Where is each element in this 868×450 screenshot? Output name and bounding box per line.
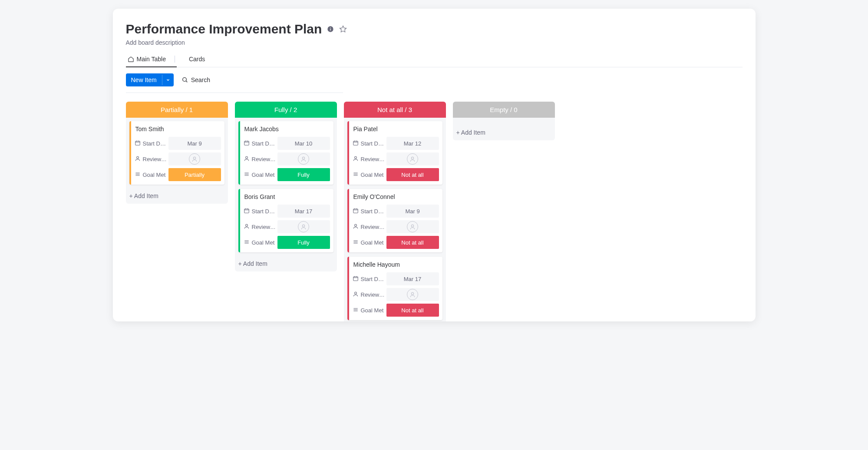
card[interactable]: Boris GrantStart D…Mar 17Review…Goal Met…: [238, 189, 333, 252]
svg-point-46: [354, 224, 356, 226]
column-body: Mark JacobsStart D…Mar 10Review…Goal Met…: [235, 118, 337, 256]
field-status-goal-met[interactable]: Not at all: [386, 236, 439, 249]
avatar-placeholder-icon: [298, 153, 309, 165]
svg-rect-24: [244, 208, 249, 212]
field-label-goal-met: Goal Met: [244, 239, 275, 246]
svg-point-19: [245, 156, 248, 159]
svg-point-37: [354, 156, 356, 159]
field-value-reviewer[interactable]: [277, 220, 330, 233]
field-value-start-date[interactable]: Mar 9: [168, 137, 221, 150]
card[interactable]: Tom SmithStart D…Mar 9Review…Goal MetPar…: [129, 121, 224, 185]
field-label-reviewer: Review…: [353, 223, 384, 231]
column-header[interactable]: Empty / 0: [453, 102, 555, 118]
field-status-goal-met[interactable]: Not at all: [386, 168, 439, 181]
svg-point-11: [193, 157, 195, 159]
search-control[interactable]: Search: [182, 76, 210, 83]
add-item-button[interactable]: + Add Item: [235, 256, 337, 271]
new-item-dropdown[interactable]: [162, 75, 174, 85]
svg-point-55: [354, 292, 356, 294]
card[interactable]: Michelle HayoumStart D…Mar 17Review…Goal…: [347, 257, 442, 320]
field-value-start-date[interactable]: Mar 10: [277, 137, 330, 150]
info-icon[interactable]: [327, 26, 334, 33]
tabs-row: Main Table Cards: [126, 52, 743, 67]
tab-main-table-label: Main Table: [137, 56, 166, 63]
field-value-reviewer[interactable]: [277, 152, 330, 165]
svg-point-4: [182, 78, 186, 82]
svg-rect-1: [330, 29, 331, 31]
field-label-goal-met: Goal Met: [353, 307, 384, 314]
tab-divider: [175, 56, 175, 63]
field-label-reviewer: Review…: [135, 156, 166, 163]
card[interactable]: Pia PatelStart D…Mar 12Review…Goal MetNo…: [347, 121, 442, 185]
field-status-goal-met[interactable]: Not at all: [386, 304, 439, 317]
tab-main-table[interactable]: Main Table: [126, 52, 177, 67]
card-title: Michelle Hayoum: [353, 261, 439, 268]
column-header[interactable]: Partially / 1: [126, 102, 228, 118]
field-value-start-date[interactable]: Mar 17: [386, 272, 439, 285]
add-item-button[interactable]: + Add Item: [453, 125, 555, 140]
card[interactable]: Mark JacobsStart D…Mar 10Review…Goal Met…: [238, 121, 333, 185]
search-label: Search: [191, 76, 210, 83]
svg-point-29: [302, 225, 304, 227]
field-value-reviewer[interactable]: [386, 220, 439, 233]
board-header: Performance Improvement Plan Add board d…: [126, 22, 743, 46]
svg-point-56: [411, 292, 413, 294]
avatar-placeholder-icon: [298, 221, 309, 232]
card-title: Emily O'Connel: [353, 193, 439, 200]
svg-rect-15: [244, 141, 249, 145]
kanban-column-partially: Partially / 1Tom SmithStart D…Mar 9Revie…: [126, 102, 228, 204]
new-item-button[interactable]: New Item: [126, 73, 174, 86]
avatar-placeholder-icon: [407, 221, 418, 232]
svg-point-20: [302, 157, 304, 159]
field-value-reviewer[interactable]: [386, 288, 439, 301]
field-value-start-date[interactable]: Mar 17: [277, 205, 330, 218]
field-value-start-date[interactable]: Mar 12: [386, 137, 439, 150]
svg-point-10: [136, 156, 139, 159]
calendar-icon: [353, 140, 359, 147]
field-value-start-date[interactable]: Mar 9: [386, 205, 439, 218]
field-label-start-date: Start D…: [244, 208, 275, 215]
person-icon: [353, 156, 359, 163]
controls-row: New Item Search: [126, 73, 343, 93]
tab-cards[interactable]: Cards: [187, 52, 207, 67]
list-icon: [353, 307, 359, 314]
board-title: Performance Improvement Plan: [126, 22, 322, 36]
svg-rect-33: [353, 141, 358, 145]
column-header[interactable]: Fully / 2: [235, 102, 337, 118]
field-status-goal-met[interactable]: Fully: [277, 236, 330, 249]
column-body: Tom SmithStart D…Mar 9Review…Goal MetPar…: [126, 118, 228, 188]
svg-rect-2: [330, 27, 331, 28]
svg-point-28: [245, 224, 248, 226]
field-label-reviewer: Review…: [244, 156, 275, 163]
field-label-start-date: Start D…: [353, 208, 384, 215]
calendar-icon: [353, 275, 359, 283]
column-body: [453, 118, 555, 125]
person-icon: [353, 223, 359, 231]
avatar-placeholder-icon: [189, 153, 200, 165]
person-icon: [135, 156, 141, 163]
card-title: Boris Grant: [244, 193, 330, 200]
field-status-goal-met[interactable]: Fully: [277, 168, 330, 181]
svg-line-5: [186, 81, 187, 82]
card-title: Pia Patel: [353, 126, 439, 132]
tab-cards-label: Cards: [189, 56, 205, 63]
add-item-button[interactable]: + Add Item: [126, 188, 228, 204]
field-value-reviewer[interactable]: [168, 152, 221, 165]
star-icon[interactable]: [339, 25, 347, 33]
card[interactable]: Emily O'ConnelStart D…Mar 9Review…Goal M…: [347, 189, 442, 252]
list-icon: [353, 171, 359, 179]
board-description[interactable]: Add board description: [126, 39, 743, 46]
svg-point-47: [411, 225, 413, 227]
calendar-icon: [244, 208, 250, 215]
kanban-column-empty: Empty / 0+ Add Item: [453, 102, 555, 140]
kanban-columns: Partially / 1Tom SmithStart D…Mar 9Revie…: [126, 102, 743, 321]
field-status-goal-met[interactable]: Partially: [168, 168, 221, 181]
column-header[interactable]: Not at all / 3: [344, 102, 446, 118]
new-item-label: New Item: [126, 73, 162, 86]
person-icon: [353, 291, 359, 298]
avatar-placeholder-icon: [407, 289, 418, 300]
svg-point-38: [411, 157, 413, 159]
field-label-reviewer: Review…: [244, 223, 275, 231]
field-value-reviewer[interactable]: [386, 152, 439, 165]
svg-rect-42: [353, 208, 358, 212]
